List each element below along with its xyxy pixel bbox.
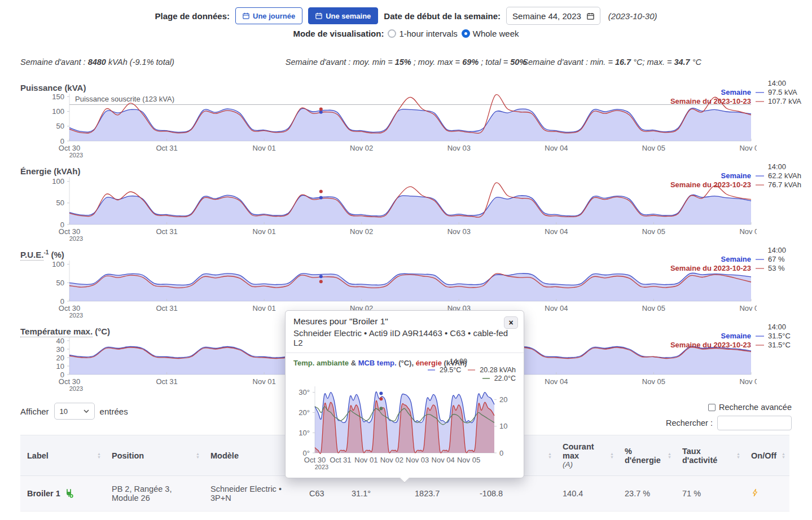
measures-popup: Mesures pour "Broiler 1" Schneider Elect… <box>285 310 524 478</box>
close-icon: × <box>508 318 513 327</box>
series-line-sample <box>468 369 475 371</box>
col-label[interactable]: Label▲▼ <box>20 435 105 476</box>
mode-option-hourly[interactable]: 1-hour intervals <box>388 29 457 38</box>
svg-text:0: 0 <box>499 449 503 457</box>
search-controls: Recherche avancée Rechercher : <box>666 403 792 430</box>
svg-text:100: 100 <box>52 107 64 116</box>
sort-icon: ▲▼ <box>610 452 614 459</box>
one-day-button[interactable]: Une journée <box>235 7 302 24</box>
sort-icon: ▲▼ <box>196 452 200 459</box>
advanced-search-option[interactable]: Recherche avancée <box>708 403 792 412</box>
series-line-sample <box>756 268 764 269</box>
chart-energie: Énergie (kVAh) 14:00 Semaine62.2 kVAh Se… <box>20 166 812 244</box>
svg-text:Oct 30: Oct 30 <box>59 377 80 386</box>
svg-text:2023: 2023 <box>315 464 328 470</box>
legend-time: 14:00 <box>423 358 516 365</box>
series-line-sample <box>428 369 435 371</box>
svg-text:Oct 31: Oct 31 <box>156 227 177 236</box>
series-line-sample <box>756 184 764 186</box>
svg-text:10°: 10° <box>299 429 310 437</box>
svg-text:Nov 03: Nov 03 <box>406 456 429 464</box>
svg-text:50: 50 <box>56 122 64 130</box>
svg-text:Nov 02: Nov 02 <box>380 456 403 464</box>
svg-text:Nov 01: Nov 01 <box>354 456 378 464</box>
previous-week-summaries: Semaine d'avant : 8480 kVAh (-9.1% total… <box>0 58 812 68</box>
legend-series-previous[interactable]: Semaine du 2023-10-2331.5°C <box>670 341 812 349</box>
puissance-chart-canvas[interactable]: 150100500Puissance souscrite (123 kVA)Oc… <box>20 94 757 160</box>
legend-time: 14:00 <box>670 246 812 254</box>
close-button[interactable]: × <box>504 316 518 329</box>
col-courant-max[interactable]: Courant max(A)▲▼ <box>556 435 618 476</box>
svg-text:Nov 03: Nov 03 <box>447 227 471 236</box>
svg-text:2023: 2023 <box>69 312 83 319</box>
svg-text:Oct 30: Oct 30 <box>304 456 326 464</box>
search-input[interactable] <box>717 416 792 430</box>
visualisation-mode-bar: Mode de visualisation: 1-hour intervals … <box>0 29 812 38</box>
radio-checked-icon[interactable] <box>462 29 470 38</box>
svg-text:Oct 31: Oct 31 <box>156 304 177 312</box>
legend-series-current[interactable]: Semaine67 % <box>670 255 812 263</box>
legend-time: 14:00 <box>670 323 812 331</box>
series-line-sample <box>756 92 764 93</box>
svg-text:100: 100 <box>52 261 64 268</box>
mode-label: Mode de visualisation: <box>293 29 384 38</box>
chart-legend: 14:00 Semaine31.5°C Semaine du 2023-10-2… <box>670 323 812 350</box>
svg-text:2023: 2023 <box>69 235 83 242</box>
calendar-icon <box>243 12 249 19</box>
energie-chart-canvas[interactable]: 100500Oct 302023Oct 31Nov 01Nov 02Nov 03… <box>20 177 757 244</box>
legend-series-current[interactable]: Semaine31.5°C <box>670 332 812 340</box>
series-line-sample <box>482 378 490 379</box>
summary-pue: Semaine d'avant : moy. min = 15% ; moy. … <box>286 58 526 67</box>
calendar-icon <box>315 12 322 19</box>
sort-icon: ▲▼ <box>736 452 740 459</box>
svg-text:100: 100 <box>52 177 64 186</box>
chart-legend: 14:00 Semaine97.5 kVA Semaine du 2023-10… <box>670 79 812 106</box>
col-energie-pct[interactable]: % d'énergie▲▼ <box>618 435 675 476</box>
svg-text:40: 40 <box>56 337 64 345</box>
table-row[interactable]: T Line 1 PB 2, Rangée 3, Module 14 Schne… <box>20 512 789 520</box>
svg-text:Nov 01: Nov 01 <box>253 304 276 312</box>
svg-text:Nov 03: Nov 03 <box>447 144 471 152</box>
svg-text:2023: 2023 <box>69 152 83 158</box>
radio-unchecked-icon[interactable] <box>388 29 396 38</box>
sort-icon: ▲▼ <box>782 452 785 459</box>
svg-text:Nov 06: Nov 06 <box>739 377 757 386</box>
entries-control: Afficher 10 entrées <box>20 403 128 420</box>
legend-series-current[interactable]: Semaine97.5 kVA <box>670 88 812 96</box>
svg-text:Oct 30: Oct 30 <box>59 304 80 312</box>
data-range-bar: Plage de données: Une journée Une semain… <box>0 0 812 25</box>
checkbox-unchecked-icon[interactable] <box>708 404 716 411</box>
svg-text:Nov 05: Nov 05 <box>642 304 665 312</box>
popup-chart-legend: 14:00 29.5°C20.28 kVAh 22.0°C <box>423 358 516 382</box>
week-picker[interactable]: Semaine 44, 2023 <box>506 7 600 25</box>
svg-text:Nov 01: Nov 01 <box>253 227 276 236</box>
col-taux-activite[interactable]: Taux d'activité▲▼ <box>675 435 744 476</box>
popup-title: Mesures pour "Broiler 1" <box>293 316 516 327</box>
popup-chart-canvas[interactable]: 30°20°10°0°20100Oct 302023Oct 31Nov 01No… <box>290 386 518 472</box>
svg-text:30: 30 <box>56 345 64 354</box>
calendar-icon <box>587 12 594 20</box>
col-on-off[interactable]: On/Off▲▼ <box>744 435 789 476</box>
chart-puissance: Puissance (kVA) 14:00 Semaine97.5 kVA Se… <box>20 82 812 160</box>
col-position[interactable]: Position▲▼ <box>105 435 204 476</box>
svg-text:20: 20 <box>499 395 507 404</box>
chart-legend: 14:00 Semaine62.2 kVAh Semaine du 2023-1… <box>670 162 812 190</box>
legend-series-current[interactable]: Semaine62.2 kVAh <box>670 171 812 180</box>
range-label: Plage de données: <box>155 11 230 21</box>
svg-text:30°: 30° <box>299 388 310 396</box>
svg-text:10: 10 <box>499 422 507 430</box>
svg-text:150: 150 <box>52 94 64 101</box>
legend-series-previous[interactable]: Semaine du 2023-10-23107.7 kVA <box>670 97 812 105</box>
svg-text:Puissance souscrite (123 kVA): Puissance souscrite (123 kVA) <box>75 95 174 103</box>
legend-series-previous[interactable]: Semaine du 2023-10-2376.7 kVAh <box>670 180 812 189</box>
one-week-button[interactable]: Une semaine <box>308 7 378 24</box>
summary-temp: Semaine d'avant : min. = 16.7 °C; max. =… <box>523 58 701 67</box>
svg-text:Nov 02: Nov 02 <box>350 227 373 236</box>
svg-text:Nov 04: Nov 04 <box>545 144 568 152</box>
svg-text:Nov 04: Nov 04 <box>545 227 568 236</box>
legend-series-previous[interactable]: Semaine du 2023-10-2353 % <box>670 264 812 272</box>
power-on-lightning-icon[interactable] <box>751 488 759 497</box>
svg-text:Nov 04: Nov 04 <box>545 377 568 386</box>
mode-option-whole-week[interactable]: Whole week <box>462 29 519 38</box>
entries-select[interactable]: 10 <box>54 403 95 420</box>
